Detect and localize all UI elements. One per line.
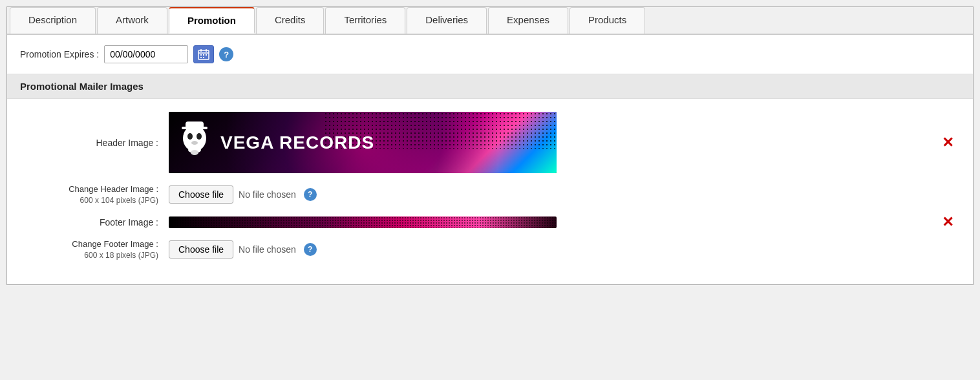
svg-rect-6 (206, 54, 207, 56)
tab-credits[interactable]: Credits (256, 7, 325, 34)
change-footer-image-row: Change Footer Image : 600 x 18 pixels (J… (20, 238, 960, 261)
tab-territories[interactable]: Territories (325, 7, 405, 34)
svg-rect-4 (200, 54, 202, 56)
tab-bar: Description Artwork Promotion Credits Te… (7, 7, 973, 35)
expires-row: Promotion Expires : ? (7, 35, 973, 74)
change-footer-label: Change Footer Image : 600 x 18 pixels (J… (20, 238, 169, 261)
svg-rect-7 (200, 57, 202, 58)
header-no-file-text: No file chosen (239, 189, 296, 200)
tab-deliveries[interactable]: Deliveries (407, 7, 487, 34)
svg-rect-5 (203, 54, 204, 56)
svg-rect-8 (203, 57, 204, 58)
svg-point-10 (187, 133, 193, 140)
tab-promotion[interactable]: Promotion (169, 7, 255, 34)
tab-expenses[interactable]: Expenses (488, 7, 568, 34)
expires-help-icon[interactable]: ? (219, 47, 233, 61)
footer-file-help-icon[interactable]: ? (304, 243, 317, 256)
svg-point-11 (197, 133, 202, 140)
footer-image-banner (169, 216, 557, 228)
svg-rect-14 (186, 121, 204, 129)
calendar-icon[interactable] (193, 45, 214, 63)
header-image-row: Header Image : (20, 112, 960, 173)
vega-records-text: VEGA RECORDS (220, 132, 374, 153)
expires-input[interactable] (104, 45, 188, 63)
main-container: Description Artwork Promotion Credits Te… (6, 6, 974, 285)
footer-image-label: Footer Image : (20, 217, 169, 227)
header-file-help-icon[interactable]: ? (304, 188, 317, 201)
tab-products[interactable]: Products (570, 7, 645, 34)
choose-footer-file-button[interactable]: Choose file (169, 240, 233, 259)
header-image-label: Header Image : (20, 138, 169, 148)
vega-logo-icon (175, 120, 214, 165)
delete-footer-image-button[interactable]: ✕ (942, 215, 953, 229)
tab-content: Promotion Expires : ? Promotional Mailer (7, 35, 973, 284)
header-image-banner: VEGA RECORDS (169, 112, 557, 173)
change-header-image-row: Change Header Image : 600 x 104 pixels (… (20, 184, 960, 206)
footer-no-file-text: No file chosen (239, 244, 296, 255)
change-header-label: Change Header Image : 600 x 104 pixels (… (20, 184, 169, 206)
footer-image-row: Footer Image : ✕ (20, 216, 960, 228)
svg-point-12 (191, 141, 198, 145)
tab-description[interactable]: Description (10, 7, 96, 34)
svg-point-17 (191, 150, 198, 155)
images-section: Header Image : (7, 99, 973, 284)
delete-header-image-button[interactable]: ✕ (942, 136, 953, 150)
choose-header-file-button[interactable]: Choose file (169, 185, 233, 204)
promotional-mailer-images-header: Promotional Mailer Images (7, 74, 973, 99)
tab-artwork[interactable]: Artwork (97, 7, 167, 34)
expires-label: Promotion Expires : (20, 49, 99, 59)
